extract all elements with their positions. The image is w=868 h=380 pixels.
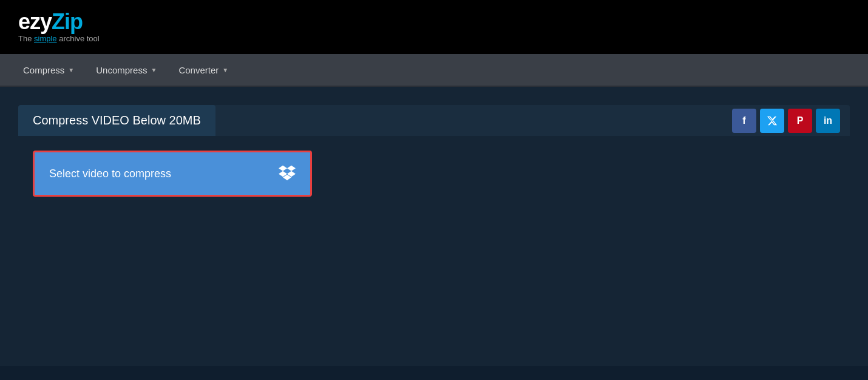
nav-item-converter[interactable]: Converter ▼ — [168, 54, 239, 86]
card-title: Compress VIDEO Below 20MB — [18, 105, 215, 136]
nav-item-compress[interactable]: Compress ▼ — [12, 54, 85, 86]
pinterest-share-button[interactable]: P — [788, 109, 812, 133]
header: ezyZip The simple archive tool — [0, 0, 868, 54]
logo[interactable]: ezyZip The simple archive tool — [18, 11, 100, 43]
nav-compress-label: Compress — [23, 65, 64, 75]
logo-ezy: ezy — [18, 9, 52, 34]
logo-tagline: The simple archive tool — [18, 34, 100, 43]
main-content: Compress VIDEO Below 20MB f P in Select … — [0, 87, 868, 366]
select-video-button[interactable]: Select video to compress — [33, 151, 312, 197]
card-header-row: Compress VIDEO Below 20MB f P in — [18, 105, 850, 136]
chevron-down-icon: ▼ — [151, 67, 157, 73]
nav-uncompress-label: Uncompress — [96, 65, 147, 75]
nav-item-uncompress[interactable]: Uncompress ▼ — [85, 54, 168, 86]
select-video-label: Select video to compress — [49, 168, 171, 180]
nav: Compress ▼ Uncompress ▼ Converter ▼ — [0, 54, 868, 87]
card: Compress VIDEO Below 20MB f P in Select … — [18, 105, 850, 211]
facebook-share-button[interactable]: f — [732, 109, 756, 133]
twitter-share-button[interactable] — [760, 109, 784, 133]
nav-converter-label: Converter — [178, 65, 219, 75]
card-body: Select video to compress — [18, 136, 850, 211]
chevron-down-icon: ▼ — [68, 67, 74, 73]
logo-zip: Zip — [52, 9, 83, 34]
dropbox-icon — [279, 163, 296, 184]
instructions-section: Compression instructions below ? ▲ — [0, 366, 868, 380]
linkedin-share-button[interactable]: in — [816, 109, 840, 133]
chevron-down-icon: ▼ — [222, 67, 228, 73]
social-icons: f P in — [732, 109, 850, 133]
